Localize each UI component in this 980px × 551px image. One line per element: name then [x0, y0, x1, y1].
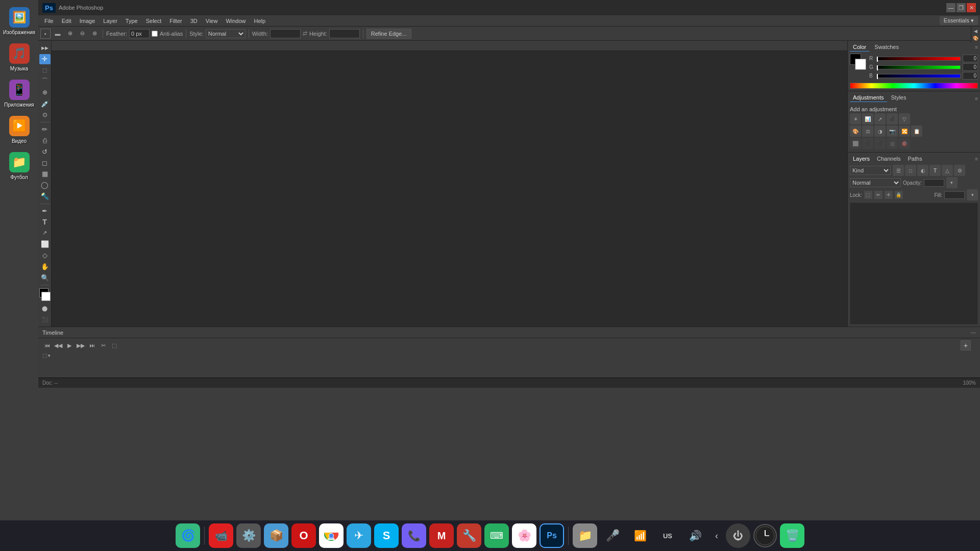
tab-layers[interactable]: Layers: [850, 155, 873, 163]
canvas[interactable]: [52, 51, 847, 327]
timeline-collapse[interactable]: —: [971, 330, 976, 335]
adj-hue[interactable]: 🎨: [850, 126, 861, 137]
opt-marquee-row[interactable]: ▬: [53, 29, 63, 39]
layer-kind-shape[interactable]: △: [942, 165, 953, 176]
color-swatches-fg-bg[interactable]: [850, 54, 866, 70]
tool-clone[interactable]: ⎙: [39, 136, 51, 146]
desktop-icon-futbol[interactable]: 📁 Футбол: [2, 150, 37, 182]
tool-quick-mask[interactable]: ⬤: [39, 303, 51, 313]
opacity-input[interactable]: [924, 179, 944, 187]
timeline-add-button[interactable]: +: [961, 340, 971, 350]
taskbar-volume[interactable]: 🔊: [683, 523, 707, 548]
tool-type[interactable]: T: [39, 217, 51, 227]
adj-vibrance[interactable]: ▽: [899, 113, 910, 124]
tool-pen[interactable]: ✒: [39, 206, 51, 216]
tool-move[interactable]: ✛: [39, 54, 51, 64]
desktop-icon-muzyka[interactable]: 🎵 Музыка: [2, 41, 37, 73]
tool-dodge[interactable]: 🔦: [39, 191, 51, 202]
adj-color-lookup[interactable]: 📋: [911, 126, 922, 137]
color-spectrum[interactable]: [850, 83, 978, 89]
close-button[interactable]: ✕: [967, 3, 976, 12]
tab-paths[interactable]: Paths: [905, 155, 925, 163]
lock-move[interactable]: ✛: [885, 191, 893, 199]
tool-marquee[interactable]: ⬚: [39, 65, 51, 76]
r-value[interactable]: [963, 55, 978, 62]
layer-kind-pixel[interactable]: □: [905, 165, 916, 176]
tl-forward[interactable]: ▶▶: [76, 341, 85, 350]
adj-brightness[interactable]: ☀: [850, 113, 861, 124]
tab-channels[interactable]: Channels: [874, 155, 903, 163]
tab-color[interactable]: Color: [850, 43, 869, 52]
taskbar-trash[interactable]: 🗑️: [780, 523, 804, 548]
lock-pixels[interactable]: ⬚: [864, 191, 872, 199]
refine-edge-button[interactable]: Refine Edge...: [366, 29, 411, 39]
menu-select[interactable]: Select: [142, 17, 166, 25]
menu-filter[interactable]: Filter: [165, 17, 186, 25]
tool-history-brush[interactable]: ↺: [39, 146, 51, 157]
menu-edit[interactable]: Edit: [58, 17, 76, 25]
essentials-dropdown[interactable]: Essentials ▾: [940, 16, 978, 25]
g-value[interactable]: [963, 63, 978, 71]
bg-swatch[interactable]: [855, 59, 866, 70]
layer-kind-type[interactable]: T: [929, 165, 941, 176]
tool-eraser[interactable]: ◻: [39, 158, 51, 168]
adj-photo-filter[interactable]: 📷: [887, 126, 898, 137]
height-input[interactable]: [329, 29, 360, 38]
timeline-dropdown[interactable]: ▾: [48, 353, 51, 358]
tool-path-select[interactable]: ↗: [39, 228, 51, 238]
desktop-icon-video[interactable]: ▶️ Видео: [2, 114, 37, 146]
taskbar-more[interactable]: ‹: [710, 523, 723, 548]
desktop-icon-izobrazheniya[interactable]: 🖼️ Изображения: [2, 5, 37, 37]
adj-exposure[interactable]: ⬛: [887, 113, 898, 124]
taskbar-skype[interactable]: S: [374, 523, 399, 548]
adj-bw[interactable]: ◑: [874, 126, 886, 137]
b-slider[interactable]: [876, 74, 961, 78]
fill-input[interactable]: [944, 191, 965, 199]
restore-button[interactable]: ❐: [957, 3, 966, 12]
taskbar-viber[interactable]: 📞: [402, 523, 426, 548]
tab-adjustments[interactable]: Adjustments: [850, 93, 887, 102]
opt-add[interactable]: ⊕: [65, 29, 75, 39]
tool-screen-mode[interactable]: ⬛: [39, 314, 51, 324]
opacity-arrow[interactable]: ▾: [946, 177, 958, 188]
menu-window[interactable]: Window: [222, 17, 250, 25]
feather-input[interactable]: [129, 29, 150, 38]
taskbar-chrome[interactable]: [319, 523, 344, 548]
opt-subtract[interactable]: ⊖: [77, 29, 87, 39]
taskbar-gmail[interactable]: M: [429, 523, 454, 548]
taskbar-opera[interactable]: O: [291, 523, 316, 548]
tl-transition[interactable]: ⬚: [110, 341, 119, 350]
background-color[interactable]: [41, 292, 51, 301]
taskbar-files[interactable]: 📦: [264, 523, 288, 548]
tool-hand[interactable]: ✋: [39, 262, 51, 272]
tool-blur[interactable]: ◯: [39, 180, 51, 190]
taskbar-language[interactable]: US: [655, 523, 680, 548]
tool-eyedropper[interactable]: 💉: [39, 98, 51, 109]
antialias-checkbox[interactable]: [152, 31, 158, 37]
fill-arrow[interactable]: ▾: [967, 189, 978, 201]
adj-channel-mixer[interactable]: 🔀: [899, 126, 910, 137]
tool-zoom[interactable]: 🔍: [39, 272, 51, 283]
menu-help[interactable]: Help: [250, 17, 270, 25]
desktop-icon-prilozheniya[interactable]: 📱 Приложения: [2, 78, 37, 110]
taskbar-power[interactable]: ⏻: [726, 523, 750, 548]
tool-crop[interactable]: ⊕: [39, 87, 51, 97]
taskbar-photos[interactable]: 🌸: [512, 523, 536, 548]
taskbar-manjaro[interactable]: 🌀: [176, 523, 200, 548]
tl-start[interactable]: ⏮: [42, 341, 52, 350]
color-panel-menu[interactable]: ≡: [975, 44, 978, 50]
tl-play[interactable]: ▶: [65, 341, 74, 350]
taskbar-photoshop[interactable]: Ps: [540, 523, 564, 548]
tool-gradient[interactable]: ▦: [39, 169, 51, 179]
adj-panel-menu[interactable]: ≡: [975, 96, 978, 102]
menu-type[interactable]: Type: [121, 17, 142, 25]
tl-scissor[interactable]: ✂: [99, 341, 108, 350]
taskbar-filemanager[interactable]: 📁: [573, 523, 597, 548]
layers-panel-menu[interactable]: ≡: [975, 156, 978, 162]
style-select[interactable]: Normal Fixed Ratio Fixed Size: [206, 29, 246, 38]
menu-view[interactable]: View: [202, 17, 222, 25]
width-input[interactable]: [270, 29, 301, 38]
tab-styles[interactable]: Styles: [888, 93, 910, 102]
lock-position[interactable]: ✏: [874, 191, 883, 199]
opt-intersect[interactable]: ⊗: [89, 29, 100, 39]
